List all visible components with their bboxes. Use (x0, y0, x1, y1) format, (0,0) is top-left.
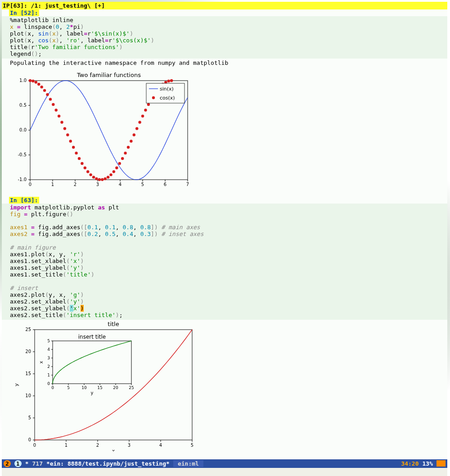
svg-point-31 (37, 82, 40, 85)
cell-2-chart-output: title0123450510152025xyinsert title05101… (2, 320, 447, 459)
status-line-num: 717 (32, 460, 42, 467)
svg-point-77 (170, 79, 173, 82)
svg-point-68 (144, 109, 147, 111)
svg-rect-111 (53, 341, 131, 384)
svg-text:2: 2 (47, 364, 50, 369)
svg-point-51 (95, 177, 98, 180)
svg-point-57 (112, 170, 115, 173)
svg-point-45 (78, 157, 81, 159)
svg-text:Two familiar functions: Two familiar functions (76, 72, 141, 78)
svg-text:3: 3 (128, 443, 130, 448)
svg-point-47 (84, 166, 86, 169)
cell-1-prompt: In [52]: (9, 9, 39, 16)
svg-point-66 (138, 121, 141, 123)
status-end-block (436, 460, 446, 467)
svg-text:sin(x): sin(x) (160, 86, 174, 92)
cell-1-code[interactable]: %matplotlib inline x = linspace(0, 2*pi)… (2, 16, 447, 59)
svg-text:cos(x): cos(x) (160, 95, 175, 101)
svg-text:insert title: insert title (78, 334, 106, 340)
chart-title-inset: title0123450510152025xyinsert title05101… (10, 321, 199, 451)
svg-point-61 (124, 151, 126, 154)
svg-text:1.0: 1.0 (19, 78, 27, 83)
svg-text:-0.5: -0.5 (18, 152, 27, 157)
svg-text:15: 15 (97, 385, 102, 390)
svg-text:3: 3 (96, 182, 99, 187)
svg-text:0: 0 (28, 437, 31, 442)
svg-text:1: 1 (47, 373, 50, 377)
svg-point-76 (167, 79, 170, 82)
svg-point-32 (40, 86, 43, 88)
svg-point-52 (98, 178, 101, 181)
cell-2-code[interactable]: import matplotlib.pyplot as plt fig = pl… (2, 204, 447, 320)
svg-text:10: 10 (81, 385, 87, 390)
minibuffer[interactable] (2, 468, 447, 476)
svg-text:5: 5 (191, 443, 194, 448)
svg-text:10: 10 (25, 393, 31, 398)
svg-point-39 (60, 121, 63, 123)
svg-point-60 (121, 157, 124, 159)
svg-text:x: x (112, 448, 115, 451)
svg-point-41 (66, 133, 69, 136)
svg-text:25: 25 (129, 385, 134, 390)
svg-text:15: 15 (25, 371, 31, 376)
svg-point-64 (133, 133, 135, 136)
svg-text:25: 25 (25, 327, 31, 332)
svg-point-67 (141, 114, 144, 117)
svg-point-48 (86, 170, 89, 173)
svg-point-53 (101, 178, 104, 181)
svg-point-56 (109, 173, 112, 176)
svg-point-42 (69, 140, 72, 142)
editor-window: IP[63]: /1: just_testing\ [+] In [52]: %… (2, 2, 447, 476)
status-modified-icon: * (25, 460, 29, 467)
svg-text:0.0: 0.0 (19, 127, 27, 132)
svg-point-44 (75, 151, 77, 154)
svg-text:20: 20 (113, 385, 118, 390)
cell-1-stdout: Populating the interactive namespace fro… (2, 59, 447, 67)
svg-point-81 (152, 96, 155, 99)
svg-text:1: 1 (65, 443, 68, 448)
svg-point-30 (35, 81, 37, 83)
svg-text:4: 4 (119, 182, 122, 187)
svg-point-54 (104, 177, 106, 180)
cell-2-prompt: In [63]: (9, 197, 39, 204)
svg-text:0: 0 (33, 443, 36, 448)
cell-1[interactable]: In [52]: %matplotlib inline x = linspace… (2, 9, 447, 197)
svg-point-36 (52, 103, 54, 105)
svg-text:5: 5 (28, 415, 31, 420)
svg-point-59 (118, 162, 121, 164)
svg-text:4: 4 (159, 443, 162, 448)
svg-text:y: y (14, 383, 19, 386)
chart-two-familiar-functions: Two familiar functions01234567-1.0-0.50.… (10, 72, 190, 189)
svg-point-55 (107, 176, 109, 178)
svg-text:1: 1 (51, 182, 54, 187)
svg-point-40 (63, 127, 66, 130)
svg-text:title: title (108, 321, 119, 327)
status-buffer-name: *ein: 8888/test.ipynb/just_testing* (46, 460, 170, 467)
status-badge-1: 2 (4, 460, 11, 467)
status-cursor-pos: 34:20 (401, 460, 418, 467)
status-bar: 21 * 717 *ein: 8888/test.ipynb/just_test… (2, 459, 447, 468)
svg-text:2: 2 (96, 443, 99, 448)
cell-2[interactable]: In [63]: import matplotlib.pyplot as plt… (2, 197, 447, 459)
svg-text:5: 5 (47, 339, 50, 343)
svg-point-33 (43, 89, 46, 91)
svg-point-38 (58, 114, 60, 117)
svg-text:4: 4 (47, 347, 50, 352)
status-badge-2: 1 (14, 460, 22, 467)
status-mode: ein:ml (173, 460, 203, 467)
svg-text:7: 7 (186, 182, 189, 187)
svg-point-43 (72, 145, 75, 148)
title-bar: IP[63]: /1: just_testing\ [+] (2, 2, 447, 9)
svg-point-63 (130, 140, 132, 142)
svg-text:3: 3 (47, 356, 50, 360)
svg-point-50 (92, 176, 95, 178)
svg-text:2: 2 (74, 182, 76, 187)
svg-point-62 (127, 145, 130, 148)
svg-point-46 (81, 162, 83, 164)
svg-text:-1.0: -1.0 (18, 177, 27, 182)
svg-point-49 (89, 173, 92, 176)
svg-point-69 (147, 103, 150, 105)
svg-text:5: 5 (67, 385, 70, 390)
svg-point-65 (135, 127, 138, 130)
magic-line: %matplotlib inline (10, 17, 73, 23)
